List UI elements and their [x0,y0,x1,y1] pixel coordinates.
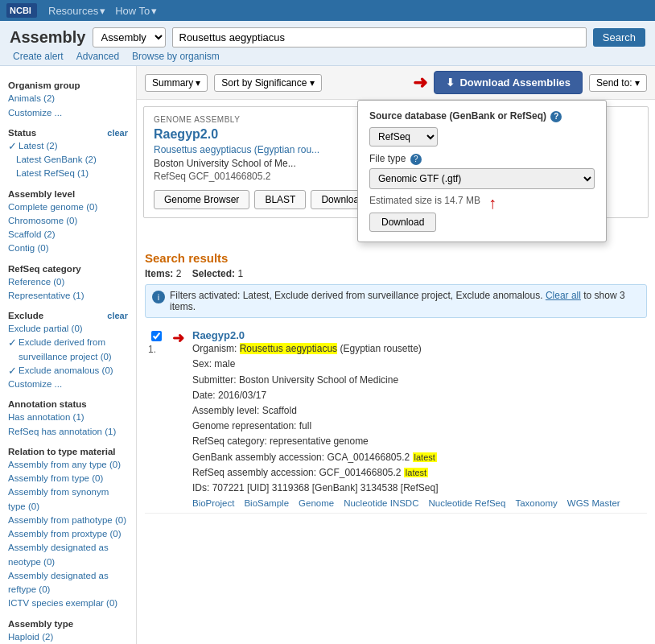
sidebar-item-has-annotation[interactable]: Has annotation (1) [8,411,128,424]
results-meta: Items: 2 Selected: 1 [145,268,647,279]
search-button[interactable]: Search [593,28,645,47]
download-assemblies-button[interactable]: ⬇ Download Assemblies [434,71,583,94]
sidebar-item-exclude-anomalous[interactable]: Exclude anomalous (0) [19,364,113,378]
panel-download-button[interactable]: Download [369,213,436,232]
file-type-select[interactable]: Genomic GTF (.gtf) Genomic FASTA (.fna) … [369,168,595,189]
sidebar-refseq-category-header: RefSeq category [8,264,128,274]
sidebar-item-proxtype[interactable]: Assembly from proxtype (0) [8,527,128,541]
sidebar-item-neotype[interactable]: Assembly designated as neotype (0) [8,541,128,569]
sidebar-item-latest-genbank[interactable]: Latest GenBank (2) [8,153,128,167]
result1-title-link[interactable]: Raegyp2.0 [192,329,245,341]
result1-num: 1. [148,343,164,355]
ncbi-logo: NCBI [6,3,39,18]
source-db-help-icon[interactable]: ? [550,111,562,122]
result1-content: Raegyp2.0 Organism: Rousettus aegyptiacu… [192,329,647,508]
clear-all-link[interactable]: Clear all [546,290,581,301]
search-input[interactable] [172,27,587,47]
sidebar-assembly-level-header: Assembly level [8,189,128,199]
database-select[interactable]: Assembly [93,27,166,47]
sidebar-item-scaffold[interactable]: Scaffold (2) [8,228,128,242]
sidebar-item-exclude-partial[interactable]: Exclude partial (0) [8,322,128,336]
sidebar-annotation-header: Annotation status [8,399,128,409]
result1-genbank-latest-badge: latest [413,452,437,462]
summary-button[interactable]: Summary ▾ [145,74,208,92]
file-type-help-icon[interactable]: ? [410,154,422,165]
sidebar-item-refseq-annotation[interactable]: RefSeq has annotation (1) [8,425,128,439]
result1-genbank-accession-line: GenBank assembly accession: GCA_00146680… [192,450,647,465]
sidebar: Organism group Animals (2) Customize ...… [0,66,137,644]
page-title: Assembly [10,28,86,47]
sidebar-status-clear[interactable]: clear [107,128,128,138]
red-arrow-result-icon: ➜ [172,330,184,346]
result1-organism-name: Rousettus aegyptiacus [240,343,337,354]
sidebar-exclude-clear[interactable]: clear [107,311,128,320]
exclude-anomalous-checkmark-icon: ✓ [8,365,17,377]
genome-browser-button[interactable]: Genome Browser [154,190,249,209]
sidebar-item-synonym-type[interactable]: Assembly from synonym type (0) [8,485,128,514]
sidebar-item-customize1[interactable]: Customize ... [8,106,128,120]
result1-taxonomy-link[interactable]: Taxonomy [515,498,557,508]
sidebar-item-reference[interactable]: Reference (0) [8,275,128,289]
source-db-label: Source database (GenBank or RefSeq) ? [369,110,595,122]
sidebar-item-from-type[interactable]: Assembly from type (0) [8,472,128,485]
result1-biosample-link[interactable]: BioSample [244,498,289,508]
result1-refseq-accession-line: RefSeq assembly accession: GCF_001466805… [192,465,647,481]
summary-dropdown-icon: ▾ [196,77,200,89]
create-alert-link[interactable]: Create alert [13,51,64,62]
file-type-label: File type ? [369,153,595,165]
content-area: Summary ▾ Sort by Significance ▾ ➜ ⬇ Dow… [137,66,655,644]
sidebar-item-animals[interactable]: Animals (2) [8,92,128,105]
send-to-dropdown-icon: ▾ [635,77,640,89]
result1-organism-line: Organism: Rousettus aegyptiacus (Egyptia… [192,341,647,357]
result1-wgs-master-link[interactable]: WGS Master [567,498,620,508]
result1-nucleotide-insdc-link[interactable]: Nucleotide INSDC [344,498,418,508]
sidebar-item-haploid[interactable]: Haploid (2) [8,630,128,644]
red-arrow-estimated-icon: ↑ [488,194,496,213]
estimated-size-label: Estimated size is 14.7 MB [369,195,480,206]
toolbar: Summary ▾ Sort by Significance ▾ ➜ ⬇ Dow… [137,66,655,100]
latest-checkmark-icon: ✓ [8,140,17,152]
sidebar-item-reftype[interactable]: Assembly designated as reftype (0) [8,569,128,597]
result1-genome-link[interactable]: Genome [299,498,334,508]
sidebar-item-latest-refseq[interactable]: Latest RefSeq (1) [8,167,128,180]
sort-dropdown-icon: ▾ [310,77,315,89]
source-db-select[interactable]: RefSeq GenBank [369,127,438,147]
sidebar-item-pathotype[interactable]: Assembly from pathotype (0) [8,514,128,527]
result1-refseq-latest-badge: latest [404,468,428,477]
result-item-1: 1. ➜ Raegyp2.0 Organism: Rousettus aegyp… [145,324,647,514]
header-area: Assembly Assembly Search Create alert Ad… [0,21,655,66]
send-to-button[interactable]: Send to: ▾ [589,74,647,92]
sidebar-item-customize2[interactable]: Customize ... [8,378,128,391]
sidebar-relation-header: Relation to type material [8,447,128,456]
sidebar-item-representative[interactable]: Representative (1) [8,289,128,303]
sidebar-organism-group-header: Organism group [8,80,128,90]
sidebar-item-exclude-derived[interactable]: Exclude derived from surveillance projec… [19,336,128,364]
result1-checkbox[interactable] [151,331,162,341]
resources-menu[interactable]: Resources ▾ [48,5,105,17]
result1-submitter-line: Submitter: Boston University School of M… [192,373,647,388]
howto-menu[interactable]: How To ▾ [115,5,157,17]
advanced-link[interactable]: Advanced [76,51,119,62]
result1-bioproject-link[interactable]: BioProject [192,498,234,508]
sidebar-item-contig[interactable]: Contig (0) [8,242,128,255]
sidebar-item-ictv[interactable]: ICTV species exemplar (0) [8,597,128,610]
sort-button[interactable]: Sort by Significance ▾ [214,74,321,92]
download-panel: Source database (GenBank or RefSeq) ? Re… [357,100,607,242]
browse-by-organism-link[interactable]: Browse by organism [132,51,220,62]
main-layout: Organism group Animals (2) Customize ...… [0,66,655,644]
search-results-title: Search results [145,251,647,265]
sidebar-item-latest[interactable]: Latest (2) [19,139,58,153]
sidebar-item-complete-genome[interactable]: Complete genome (0) [8,200,128,214]
sidebar-exclude-header: Exclude clear [8,311,128,320]
result1-nucleotide-refseq-link[interactable]: Nucleotide RefSeq [428,498,505,508]
result1-refseq-category-line: RefSeq category: representative genome [192,434,647,449]
sidebar-assembly-type-header: Assembly type [8,619,128,629]
download-icon: ⬇ [446,76,455,89]
info-icon: i [152,291,165,303]
sidebar-item-chromosome[interactable]: Chromosome (0) [8,214,128,228]
result1-date-line: Date: 2016/03/17 [192,388,647,403]
top-navigation: NCBI Resources ▾ How To ▾ [0,0,655,21]
blast-button[interactable]: BLAST [254,190,306,209]
sidebar-item-any-type[interactable]: Assembly from any type (0) [8,458,128,472]
exclude-derived-checkmark-icon: ✓ [8,336,17,349]
